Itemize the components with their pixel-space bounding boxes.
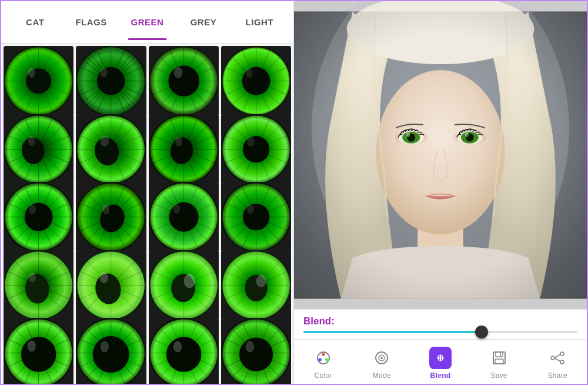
svg-rect-266	[495, 359, 503, 364]
photo-area	[294, 1, 587, 309]
eye-grid	[1, 44, 293, 385]
svg-point-111	[25, 203, 53, 231]
svg-line-272	[554, 358, 560, 361]
blend-thumb[interactable]	[475, 326, 488, 338]
svg-point-269	[560, 360, 564, 364]
eye-item-4[interactable]	[221, 46, 291, 116]
tab-green[interactable]: GREEN	[119, 4, 175, 40]
save-icon	[488, 347, 510, 369]
eye-item-17[interactable]	[4, 318, 74, 385]
svg-point-212	[101, 341, 109, 353]
eye-item-5[interactable]	[4, 114, 74, 184]
svg-point-268	[560, 352, 564, 356]
eye-item-8[interactable]	[221, 114, 291, 184]
svg-point-100	[247, 137, 254, 147]
svg-point-236	[245, 341, 253, 353]
svg-point-254	[322, 353, 325, 356]
share-icon	[546, 347, 569, 369]
toolbar-mode[interactable]: Mode	[353, 340, 412, 385]
svg-rect-265	[496, 352, 503, 357]
toolbar-save[interactable]: Save	[470, 340, 529, 385]
svg-point-256	[325, 358, 329, 361]
eye-item-19[interactable]	[149, 318, 219, 385]
svg-point-158	[29, 273, 36, 283]
eye-item-16[interactable]	[221, 250, 291, 320]
eye-item-2[interactable]	[76, 46, 146, 116]
svg-point-255	[318, 358, 322, 361]
blend-tool-label: Blend	[430, 371, 451, 380]
svg-point-188	[256, 275, 266, 287]
eye-item-10[interactable]	[76, 182, 146, 252]
svg-point-235	[239, 338, 273, 371]
blend-section: Blend:	[294, 309, 587, 339]
svg-point-124	[103, 204, 110, 214]
svg-point-270	[551, 356, 554, 360]
color-label: Color	[315, 371, 332, 380]
svg-rect-252	[294, 11, 587, 298]
svg-point-199	[21, 337, 56, 373]
right-panel: Blend: Color	[294, 1, 587, 385]
mode-label: Mode	[373, 371, 391, 380]
eye-item-13[interactable]	[4, 250, 74, 320]
blend-tool-icon	[429, 347, 452, 369]
mode-icon	[370, 347, 393, 369]
svg-point-223	[166, 337, 201, 373]
blend-slider[interactable]	[303, 331, 577, 333]
left-panel: CAT FLAGS GREEN GREY LIGHT	[1, 1, 294, 385]
svg-point-136	[173, 204, 180, 214]
svg-point-11	[28, 68, 35, 78]
svg-point-99	[243, 136, 269, 162]
tab-bar: CAT FLAGS GREEN GREY LIGHT	[1, 1, 293, 44]
tab-grey[interactable]: GREY	[175, 4, 231, 40]
eye-item-3[interactable]	[149, 46, 219, 116]
svg-point-28	[101, 68, 108, 78]
svg-point-259	[380, 357, 383, 359]
eye-item-6[interactable]	[76, 114, 146, 184]
svg-point-211	[93, 336, 129, 373]
svg-point-88	[175, 137, 182, 147]
tab-cat[interactable]: CAT	[7, 4, 63, 40]
toolbar-share[interactable]: Share	[528, 340, 587, 385]
tab-light[interactable]: LIGHT	[232, 4, 288, 40]
eye-item-12[interactable]	[221, 182, 291, 252]
svg-point-76	[101, 135, 109, 146]
blend-slider-wrap	[303, 331, 577, 333]
bottom-toolbar: Color Mode Blend	[294, 339, 587, 385]
svg-line-271	[554, 354, 560, 358]
svg-point-135	[169, 203, 198, 232]
eye-item-14[interactable]	[76, 250, 146, 320]
svg-point-200	[28, 341, 36, 352]
svg-point-64	[28, 136, 35, 146]
eye-item-20[interactable]	[221, 318, 291, 385]
save-label: Save	[490, 371, 507, 380]
color-icon	[312, 347, 335, 369]
share-label: Share	[547, 371, 567, 380]
blend-label: Blend:	[303, 316, 577, 327]
eye-item-18[interactable]	[76, 318, 146, 385]
eye-item-7[interactable]	[149, 114, 219, 184]
toolbar-color[interactable]: Color	[294, 340, 353, 385]
svg-point-168	[100, 272, 108, 283]
svg-point-52	[245, 68, 252, 78]
svg-point-148	[247, 204, 254, 214]
svg-point-40	[173, 67, 182, 78]
svg-point-39	[168, 65, 199, 96]
svg-point-147	[243, 204, 269, 230]
eye-item-1[interactable]	[4, 46, 74, 116]
svg-point-112	[29, 204, 36, 214]
eye-item-11[interactable]	[149, 182, 219, 252]
svg-point-224	[173, 341, 181, 353]
toolbar-blend[interactable]: Blend	[411, 340, 470, 385]
tab-flags[interactable]: FLAGS	[63, 4, 119, 40]
eye-item-15[interactable]	[149, 250, 219, 320]
eye-item-9[interactable]	[4, 182, 74, 252]
svg-point-178	[183, 274, 195, 288]
